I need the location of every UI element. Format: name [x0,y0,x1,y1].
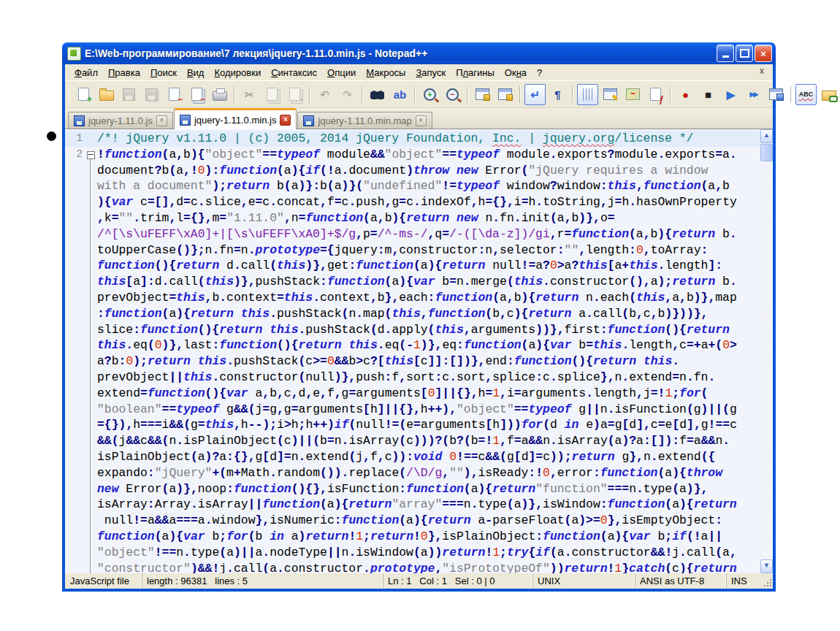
save-all-button[interactable] [141,84,162,105]
print-button[interactable] [209,84,230,105]
macro-save-button[interactable] [765,84,787,105]
code-text: "constructor")&&!j.call(a.constructor.pr… [96,561,760,573]
line-number [65,417,85,433]
menu-bar: ФайлПравкаПоискВидКодировкиСинтаксисОпци… [65,64,773,80]
menu-item-encoding[interactable]: Кодировки [209,66,266,80]
macro-run-multiple-button[interactable]: ▶▶ [743,84,764,105]
menu-item-search[interactable]: Поиск [145,66,182,80]
sync-scroll-h-button[interactable] [495,84,516,105]
tab-jquery-1.11.0.min.map[interactable]: jquery-1.11.0.min.map× [297,112,432,129]
sync-scroll-h-icon [498,88,512,100]
line-number [65,402,85,418]
find-button[interactable] [367,84,388,105]
menu-item-macro[interactable]: Макросы [361,66,411,80]
copy-button[interactable] [261,84,283,105]
code-text: /*! jQuery v1.11.0 | (c) 2005, 2014 jQue… [96,131,760,147]
tab-jquery-1.11.0.min.js[interactable]: jquery-1.11.0.min.js× [174,108,297,129]
user-defined-language-button[interactable]: ✎ [600,84,621,105]
open-folder-button[interactable] [96,84,117,105]
status-insert-mode: INS [725,573,760,588]
toolbar-grip [69,85,69,103]
sync-scroll-v-button[interactable] [472,84,493,105]
close-button[interactable]: × [755,45,772,62]
menu-item-run[interactable]: Запуск [411,66,451,80]
macro-play-button[interactable]: ▶ [720,84,741,105]
fold-margin [85,258,96,274]
menu-item-settings[interactable]: Опции [322,66,361,80]
new-file-button[interactable]: + [73,84,94,105]
replace-button[interactable]: ab [389,84,411,105]
resize-grip[interactable] [760,573,773,588]
scroll-track[interactable] [760,161,773,559]
print-icon [213,91,227,101]
tab-close-icon[interactable]: × [156,115,167,126]
macro-stop-icon: ■ [705,89,711,100]
line-number [65,561,85,573]
saved-file-icon [303,115,314,126]
tab-jquery-1.11.0.js[interactable]: jquery-1.11.0.js× [68,112,173,129]
document-map-button[interactable]: ~ [622,84,644,105]
menu-item-plugins[interactable]: Плагины [451,66,500,80]
maximize-button[interactable] [736,45,753,62]
code-text: &&(j&&c&&(n.isPlainObject(c)||(b=n.isArr… [96,433,760,449]
fold-margin [85,274,96,290]
menu-item-help[interactable]: ? [532,66,547,80]
macro-record-button[interactable]: ● [675,84,696,105]
sync-scroll-v-icon [476,88,489,100]
spell-check-icon: ABC [799,91,814,98]
undo-button[interactable]: ↶ [314,84,335,105]
tab-close-icon[interactable]: × [280,115,291,126]
code-text: ){var c=[],d=c.slice,e=c.concat,f=c.push… [96,194,760,210]
fold-margin [85,226,96,242]
fold-collapse-icon[interactable] [85,147,96,163]
code-row: ,k="".trim,l={},m="1.11.0",n=function(a,… [65,210,760,226]
status-bar: JavaScript file length : 96381 lines : 5… [65,573,773,588]
save-button[interactable] [118,84,140,105]
fold-margin [85,322,96,338]
paste-button[interactable]: ▪ [284,84,305,105]
indent-guide-button[interactable] [577,84,598,105]
minimize-button[interactable] [717,45,734,62]
notepad-window: E:\Web-программирование\7 лекция\jquery-… [62,42,776,589]
menu-item-view[interactable]: Вид [182,66,210,80]
indent-guide-icon [583,88,593,101]
menu-item-edit[interactable]: Правка [103,66,145,80]
fold-margin [85,417,96,433]
scroll-up-button[interactable]: ▲ [760,129,773,143]
minimize-icon [722,56,729,58]
redo-button[interactable]: ↷ [337,84,358,105]
code-area[interactable]: 1/*! jQuery v1.11.0 | (c) 2005, 2014 jQu… [65,129,760,573]
menu-item-file[interactable]: Файл [69,66,103,80]
window-title: E:\Web-программирование\7 лекция\jquery-… [85,47,717,59]
code-row: function(){return d.call(this)},get:func… [65,258,760,274]
vertical-scrollbar[interactable]: ▲ ▼ [760,129,773,573]
line-number [65,178,85,194]
zoom-out-icon: − [446,88,459,101]
close-all-button[interactable]: − [186,84,207,105]
close-file-icon: − [169,88,180,101]
cut-button[interactable]: ✂ [239,84,260,105]
show-all-characters-icon: ¶ [554,89,560,100]
menu-item-window[interactable]: Окна [500,66,532,80]
tab-label: jquery-1.11.0.min.js [194,115,276,126]
scroll-down-button[interactable]: ▼ [760,559,773,573]
close-file-button[interactable]: − [164,84,185,105]
document-switcher-button[interactable] [818,84,839,105]
spell-check-button[interactable]: ABC [795,84,817,105]
function-list-button[interactable]: ƒ [645,84,666,105]
show-all-characters-button[interactable]: ¶ [547,84,568,105]
menu-item-language[interactable]: Синтаксис [266,66,322,80]
zoom-out-button[interactable]: − [442,84,463,105]
code-text: isPlainObject(a)?a:{},g[d]=n.extend(j,f,… [96,449,760,465]
redo-icon: ↷ [343,89,352,100]
macro-stop-button[interactable]: ■ [698,84,719,105]
scroll-thumb[interactable] [760,144,773,161]
fold-margin [85,290,96,306]
tab-close-icon[interactable]: × [416,115,427,126]
menu-close-button[interactable]: x [757,66,767,76]
code-row: ={}),h===i&&(g=this,h--);i>h;h++)if(null… [65,417,760,433]
word-wrap-button[interactable]: ↵ [524,84,546,105]
zoom-in-button[interactable]: + [419,84,440,105]
macro-record-icon: ● [682,89,689,100]
toolbar: +−−✂▪↶↷ab+−↵¶✎~ƒ●■▶▶▶ABC » [65,80,773,108]
